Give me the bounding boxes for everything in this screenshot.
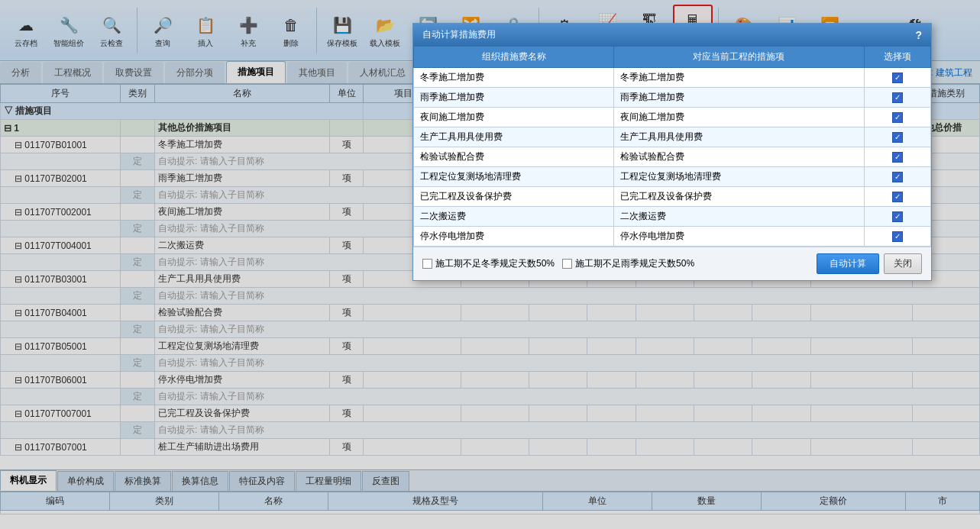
dialog-title-text: 自动计算措施费用 (422, 28, 496, 41)
dialog-row[interactable]: 冬季施工增加费 冬季施工增加费 ✓ (414, 68, 931, 88)
drow-match: 已完工程及设备保护费 (614, 187, 865, 207)
auto-calc-dialog: 自动计算措施费用 ? 组织措施费名称 对应当前工程的措施项 选择项 冬季施工增加 (412, 23, 932, 281)
drow-name: 已完工程及设备保护费 (414, 187, 614, 207)
check-winter-label: 施工期不足冬季规定天数50% (435, 257, 555, 270)
dialog-table: 组织措施费名称 对应当前工程的措施项 选择项 冬季施工增加费 冬季施工增加费 ✓… (413, 46, 931, 247)
footer-buttons: 自动计算 关闭 (817, 253, 922, 274)
drow-name: 停水停电增加费 (414, 227, 614, 247)
drow-checkbox[interactable]: ✓ (864, 227, 930, 247)
dialog-row[interactable]: 生产工具用具使用费 生产工具用具使用费 ✓ (414, 127, 931, 147)
check-rain[interactable] (562, 259, 572, 269)
check-winter[interactable] (422, 259, 432, 269)
dialog-row[interactable]: 已完工程及设备保护费 已完工程及设备保护费 ✓ (414, 187, 931, 207)
row-checkbox-4[interactable]: ✓ (892, 152, 903, 163)
dcol-select: 选择项 (864, 47, 930, 68)
row-checkbox-6[interactable]: ✓ (892, 192, 903, 202)
dialog-row[interactable]: 工程定位复测场地清理费 工程定位复测场地清理费 ✓ (414, 167, 931, 187)
row-checkbox-5[interactable]: ✓ (892, 172, 903, 182)
dialog-body: 组织措施费名称 对应当前工程的措施项 选择项 冬季施工增加费 冬季施工增加费 ✓… (413, 46, 931, 247)
dcol-name: 组织措施费名称 (414, 47, 614, 68)
drow-match: 雨季施工增加费 (614, 88, 865, 108)
dialog-row[interactable]: 雨季施工增加费 雨季施工增加费 ✓ (414, 88, 931, 108)
footer-check2: 施工期不足雨季规定天数50% (562, 257, 694, 270)
dialog-close-button[interactable]: ? (915, 29, 922, 41)
drow-name: 雨季施工增加费 (414, 88, 614, 108)
drow-match: 二次搬运费 (614, 207, 865, 227)
dcol-match: 对应当前工程的措施项 (614, 47, 865, 68)
row-checkbox-7[interactable]: ✓ (892, 211, 903, 222)
row-checkbox-1[interactable]: ✓ (892, 92, 903, 103)
btn-auto-calc[interactable]: 自动计算 (817, 253, 879, 274)
drow-checkbox[interactable]: ✓ (864, 108, 930, 127)
drow-name: 检验试验配合费 (414, 147, 614, 167)
dialog-row[interactable]: 检验试验配合费 检验试验配合费 ✓ (414, 147, 931, 167)
drow-name: 生产工具用具使用费 (414, 127, 614, 147)
drow-name: 二次搬运费 (414, 207, 614, 227)
drow-checkbox[interactable]: ✓ (864, 127, 930, 147)
drow-match: 工程定位复测场地清理费 (614, 167, 865, 187)
dialog-footer: 施工期不足冬季规定天数50% 施工期不足雨季规定天数50% 自动计算 关闭 (413, 247, 931, 280)
drow-name: 夜间施工增加费 (414, 108, 614, 127)
footer-check1: 施工期不足冬季规定天数50% (422, 257, 555, 270)
row-checkbox-3[interactable]: ✓ (892, 132, 903, 143)
drow-name: 工程定位复测场地清理费 (414, 167, 614, 187)
btn-dialog-close[interactable]: 关闭 (884, 253, 922, 274)
drow-name: 冬季施工增加费 (414, 68, 614, 88)
drow-match: 夜间施工增加费 (614, 108, 865, 127)
drow-checkbox[interactable]: ✓ (864, 68, 930, 88)
check-rain-label: 施工期不足雨季规定天数50% (575, 257, 694, 270)
row-checkbox-2[interactable]: ✓ (892, 112, 903, 123)
row-checkbox-8[interactable]: ✓ (892, 231, 903, 242)
drow-checkbox[interactable]: ✓ (864, 88, 930, 108)
row-checkbox-0[interactable]: ✓ (892, 73, 903, 83)
drow-checkbox[interactable]: ✓ (864, 207, 930, 227)
drow-checkbox[interactable]: ✓ (864, 187, 930, 207)
drow-checkbox[interactable]: ✓ (864, 147, 930, 167)
dialog-row[interactable]: 停水停电增加费 停水停电增加费 ✓ (414, 227, 931, 247)
drow-match: 冬季施工增加费 (614, 68, 865, 88)
drow-match: 检验试验配合费 (614, 147, 865, 167)
dialog-row[interactable]: 夜间施工增加费 夜间施工增加费 ✓ (414, 108, 931, 127)
dialog-row[interactable]: 二次搬运费 二次搬运费 ✓ (414, 207, 931, 227)
drow-match: 生产工具用具使用费 (614, 127, 865, 147)
drow-checkbox[interactable]: ✓ (864, 167, 930, 187)
dialog-overlay: 自动计算措施费用 ? 组织措施费名称 对应当前工程的措施项 选择项 冬季施工增加 (0, 0, 980, 529)
dialog-title-bar: 自动计算措施费用 ? (413, 24, 931, 46)
drow-match: 停水停电增加费 (614, 227, 865, 247)
